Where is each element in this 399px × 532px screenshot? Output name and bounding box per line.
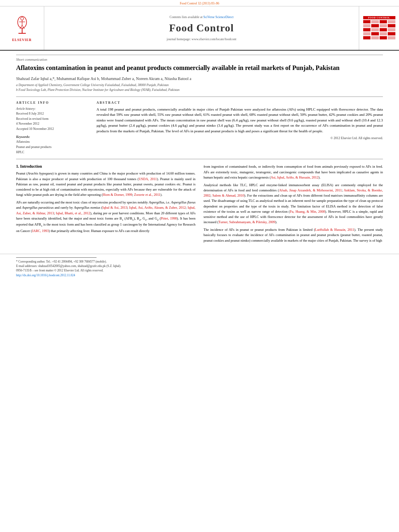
food-control-lines: [363, 20, 395, 40]
received-revised-label: Received in revised form: [16, 117, 88, 122]
journal-ref: Food Control 32 (2013) 83–86: [180, 2, 219, 5]
right-paragraph-3: The incidence of AFs in peanut or peanut…: [204, 227, 383, 243]
copyright: © 2012 Elsevier Ltd. All rights reserved…: [97, 136, 383, 140]
affiliations: a Department of Applied Chemistry, Gover…: [16, 83, 383, 92]
journal-title: Food Control: [169, 22, 234, 34]
footer: * Corresponding author. Tel.: +92 41 200…: [0, 254, 399, 279]
article-info-abstract-section: ARTICLE INFO Article history: Received 8…: [16, 97, 383, 155]
affiliation-b: b Food Toxicology Lab, Plant Protection …: [16, 88, 383, 92]
keyword-1: Aflatoxins: [16, 140, 88, 145]
abstract-header: ABSTRACT: [97, 101, 383, 105]
keyword-2: Peanut and peanut products: [16, 145, 88, 150]
keywords-label: Keywords:: [16, 135, 88, 139]
abstract-text: A total 198 peanut and peanut products, …: [97, 107, 383, 134]
intro-section-title: 1. Introduction: [16, 164, 195, 168]
svg-point-3: [21, 17, 23, 20]
corresponding-note: * Corresponding author. Tel.: +92 41 200…: [16, 259, 383, 264]
body-section: 1. Introduction Peanut (Arachis hypogaea…: [16, 159, 383, 245]
affiliation-a: a Department of Applied Chemistry, Gover…: [16, 83, 383, 88]
abstract-panel: ABSTRACT A total 198 peanut and peanut p…: [97, 101, 383, 155]
elsevier-label: ELSEVIER: [12, 38, 31, 42]
article-type-label: Short communication: [16, 55, 383, 62]
issn-text: 0956-7135/$ – see front matter © 2012 El…: [16, 268, 383, 273]
article-title: Aflatoxins contamination in peanut and p…: [16, 64, 383, 72]
authors-text: Shahzad Zafar Iqbal a,*, Muhammad Rafiqu…: [16, 76, 191, 81]
history-dates: Received 8 July 2012 Received in revised…: [16, 111, 88, 132]
journal-homepage: journal homepage: www.elsevier.com/locat…: [167, 37, 237, 41]
intro-paragraph-2: AFs are naturally occurring and the most…: [16, 200, 195, 234]
doi-link[interactable]: http://dx.doi.org/10.1016/j.foodcont.201…: [16, 273, 383, 277]
keyword-3: HPLC: [16, 150, 88, 155]
elsevier-logo: ELSEVIER: [0, 6, 44, 50]
body-left-col: 1. Introduction Peanut (Arachis hypogaea…: [16, 164, 195, 245]
elsevier-tree-icon: [10, 15, 34, 37]
journal-top-bar: Food Control 32 (2013) 83–86: [0, 0, 399, 6]
sciverse-link: Contents lists available at SciVerse Sci…: [170, 15, 234, 19]
food-control-badge: FOOD CONTROL: [363, 16, 395, 19]
right-paragraph-1: from ingestion of contaminated foods, or…: [204, 164, 383, 180]
authors: Shahzad Zafar Iqbal a,*, Muhammad Rafiqu…: [16, 76, 383, 81]
journal-right-logo: FOOD CONTROL: [359, 6, 399, 50]
journal-header: ELSEVIER Contents lists available at Sci…: [0, 6, 399, 51]
email-note: E-mail addresses: shahzad10542005@yahoo.…: [16, 264, 383, 268]
keywords-section: Keywords: Aflatoxins Peanut and peanut p…: [16, 135, 88, 155]
intro-paragraph-1: Peanut (Arachis hypogaea) is grown in ma…: [16, 171, 195, 197]
received-revised-date: 4 November 2012: [16, 121, 88, 127]
article-info-header: ARTICLE INFO: [16, 101, 88, 105]
journal-center: Contents lists available at SciVerse Sci…: [44, 6, 359, 50]
history-label: Article history:: [16, 107, 88, 111]
footer-text: * Corresponding author. Tel.: +92 41 200…: [16, 259, 383, 277]
body-right-col: from ingestion of contaminated foods, or…: [204, 164, 383, 245]
right-paragraph-2: Analytical methods like TLC, HPLC and en…: [204, 183, 383, 225]
footer-divider: [16, 257, 97, 258]
keywords-list: Aflatoxins Peanut and peanut products HP…: [16, 140, 88, 155]
article-content: Short communication Aflatoxins contamina…: [0, 51, 399, 250]
sciverse-anchor[interactable]: SciVerse ScienceDirect: [204, 15, 234, 19]
received-date: Received 8 July 2012: [16, 111, 88, 117]
article-info-panel: ARTICLE INFO Article history: Received 8…: [16, 101, 88, 155]
accepted-date: Accepted 10 November 2012: [16, 127, 88, 132]
